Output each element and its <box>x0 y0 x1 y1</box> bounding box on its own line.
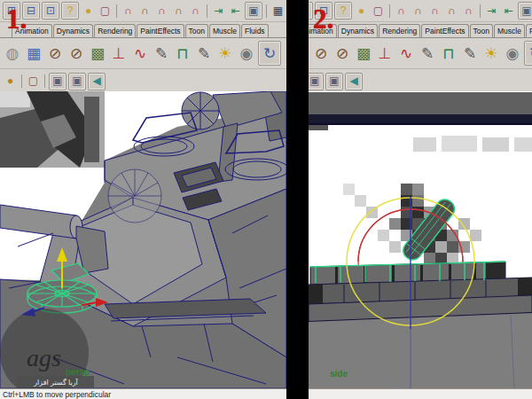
shelf-speaker-icon[interactable]: ◉ <box>236 42 257 65</box>
help-line: Ctrl+LMB to move perpendicular <box>0 388 286 399</box>
maya-window-step2: ⊞⊟⊡?●▢∩∩∩∩∩⇥⇤▣▦▤ Animation Dynamics Rend… <box>309 0 532 399</box>
lock-icon[interactable]: ● <box>353 3 370 20</box>
view-label-side: side <box>330 369 348 379</box>
render-view-icon[interactable]: ▦ <box>270 3 286 20</box>
sphere-tool-icon[interactable]: ● <box>2 73 19 90</box>
shelf-cut-faces-icon[interactable]: ⊘ <box>44 42 66 65</box>
shelf-speaker-icon[interactable]: ◉ <box>502 42 523 65</box>
step-marker-1: 1. <box>6 6 27 33</box>
side-viewport-canvas[interactable]: side <box>309 91 532 388</box>
shelf-refresh-icon[interactable]: ↻ <box>524 41 532 66</box>
snap-curve-icon[interactable]: ∩ <box>137 3 153 20</box>
shelf-axis-icon[interactable]: ⊥ <box>374 42 395 65</box>
shelf-axis-icon[interactable]: ⊥ <box>108 42 129 65</box>
tab-toon[interactable]: Toon <box>185 24 208 37</box>
panel-toolbar-icons: ●▢▣▣◀ <box>309 73 364 90</box>
tab-rendering[interactable]: Rendering <box>94 24 136 37</box>
isolate-select-icon[interactable]: ▣ <box>309 73 324 90</box>
shelf-measure-icon[interactable]: ⊓ <box>438 42 459 65</box>
shelf-curve-icon[interactable]: ∿ <box>395 42 417 65</box>
separator <box>389 4 390 18</box>
help-icon[interactable]: ? <box>61 2 79 20</box>
shelf-poly-cubes-icon[interactable]: ▩ <box>353 42 374 65</box>
snap-curve-icon[interactable]: ∩ <box>410 3 426 20</box>
status-line-icons: ⊞⊟⊡?●▢∩∩∩∩∩⇥⇤▣▦▤ <box>2 2 286 20</box>
shelf-poly-cubes-icon[interactable]: ▩ <box>87 42 108 65</box>
help-icon[interactable]: ? <box>334 2 352 20</box>
snap-surface-icon[interactable]: ∩ <box>460 3 477 20</box>
shelf-cut-faces-icon[interactable]: ⊘ <box>310 42 332 65</box>
panel-divider <box>286 0 309 399</box>
tab-painteffects[interactable]: PaintEffects <box>421 24 468 37</box>
snap-grid-icon[interactable]: ∩ <box>393 3 410 20</box>
snap-view-icon[interactable]: ∩ <box>443 3 460 20</box>
shelf-split-polygon-icon[interactable]: ⊘ <box>66 42 87 65</box>
construction-history-icon[interactable]: ▣ <box>245 2 262 20</box>
status-line-toolbar: ⊞⊟⊡?●▢∩∩∩∩∩⇥⇤▣▦▤ <box>309 0 532 22</box>
shelf-light-icon[interactable]: ☀ <box>215 42 236 65</box>
tab-toon[interactable]: Toon <box>470 24 493 37</box>
shelf-icons: ◍▦⊘⊘▩⊥∿✎⊓✎☀◉↻↺ <box>309 41 532 66</box>
input-connection-icon[interactable]: ⇥ <box>483 3 500 20</box>
snap-grid-icon[interactable]: ∩ <box>120 3 137 20</box>
persp-viewport[interactable]: ags آریا گستر افزار persp <box>0 91 286 388</box>
shelf-toolbar: ◍▦⊘⊘▩⊥∿✎⊓✎☀◉↻↺ <box>0 38 286 69</box>
status-line-icons: ⊞⊟⊡?●▢∩∩∩∩∩⇥⇤▣▦▤ <box>309 2 532 20</box>
tab-rendering[interactable]: Rendering <box>379 24 420 37</box>
step-marker-2: 2. <box>313 6 333 33</box>
snap-point-icon[interactable]: ∩ <box>426 3 443 20</box>
help-line <box>309 388 532 399</box>
shelf-pencil-icon[interactable]: ✎ <box>151 42 172 65</box>
isolate-select2-icon[interactable]: ▣ <box>68 73 86 90</box>
shelf-icons: ◍▦⊘⊘▩⊥∿✎⊓✎☀◉↻↺ <box>2 41 286 66</box>
tab-dynamics[interactable]: Dynamics <box>338 24 378 37</box>
side-viewport[interactable]: side <box>309 91 532 388</box>
shelf-pencil2-icon[interactable]: ✎ <box>459 42 481 65</box>
tab-muscle[interactable]: Muscle <box>494 24 525 37</box>
output-connection-icon[interactable]: ⇤ <box>500 3 517 20</box>
output-connection-icon[interactable]: ⇤ <box>227 3 244 20</box>
select-component-icon[interactable]: ⊡ <box>42 2 59 20</box>
tab-fluids[interactable]: Fluids <box>526 24 532 37</box>
watermark-caption: آریا گستر افزار <box>33 378 78 387</box>
marquee-small-icon[interactable]: ▢ <box>25 73 42 90</box>
separator <box>207 4 207 18</box>
shelf-pencil2-icon[interactable]: ✎ <box>193 42 215 65</box>
construction-history-icon[interactable]: ▣ <box>518 2 532 20</box>
input-connection-icon[interactable]: ⇥ <box>210 3 227 20</box>
lock-icon[interactable]: ● <box>80 3 97 20</box>
marquee-tool-icon[interactable]: ▢ <box>370 3 387 20</box>
marquee-tool-icon[interactable]: ▢ <box>97 3 113 20</box>
tab-fluids[interactable]: Fluids <box>241 24 269 37</box>
persp-viewport-canvas[interactable]: ags آریا گستر افزار persp <box>0 91 286 388</box>
reference-photo <box>0 91 105 168</box>
snap-surface-icon[interactable]: ∩ <box>187 3 204 20</box>
shelf-wire-cube-icon[interactable]: ▦ <box>23 42 44 65</box>
shelf-sphere-icon[interactable]: ◍ <box>2 42 23 65</box>
isolate-select2-icon[interactable]: ▣ <box>325 73 343 90</box>
svg-text:ags: ags <box>27 344 61 372</box>
shelf-measure-icon[interactable]: ⊓ <box>172 42 193 65</box>
tab-dynamics[interactable]: Dynamics <box>53 24 93 37</box>
view-label-persp: persp <box>66 367 90 377</box>
shelf-tab-bar: Animation Dynamics Rendering PaintEffect… <box>0 22 286 38</box>
snap-view-icon[interactable]: ∩ <box>170 3 187 20</box>
snap-point-icon[interactable]: ∩ <box>153 3 170 20</box>
separator <box>44 74 45 88</box>
shelf-split-polygon-icon[interactable]: ⊘ <box>332 42 353 65</box>
shelf-toolbar: ◍▦⊘⊘▩⊥∿✎⊓✎☀◉↻↺ <box>309 38 532 69</box>
shelf-pencil-icon[interactable]: ✎ <box>417 42 438 65</box>
status-line-toolbar: ⊞⊟⊡?●▢∩∩∩∩∩⇥⇤▣▦▤ <box>0 0 286 22</box>
isolate-select-icon[interactable]: ▣ <box>49 73 66 90</box>
shelf-light-icon[interactable]: ☀ <box>481 42 502 65</box>
separator <box>480 4 481 18</box>
separator <box>116 4 117 18</box>
shelf-tab-bar: Animation Dynamics Rendering PaintEffect… <box>309 22 532 38</box>
tab-painteffects[interactable]: PaintEffects <box>137 24 184 37</box>
back-arrow-icon[interactable]: ◀ <box>345 73 363 90</box>
tab-muscle[interactable]: Muscle <box>209 24 240 37</box>
panel-toolbar-icons: ●▢▣▣◀ <box>2 73 106 90</box>
shelf-curve-icon[interactable]: ∿ <box>129 42 151 65</box>
back-arrow-icon[interactable]: ◀ <box>88 73 106 90</box>
shelf-refresh-icon[interactable]: ↻ <box>258 41 281 66</box>
